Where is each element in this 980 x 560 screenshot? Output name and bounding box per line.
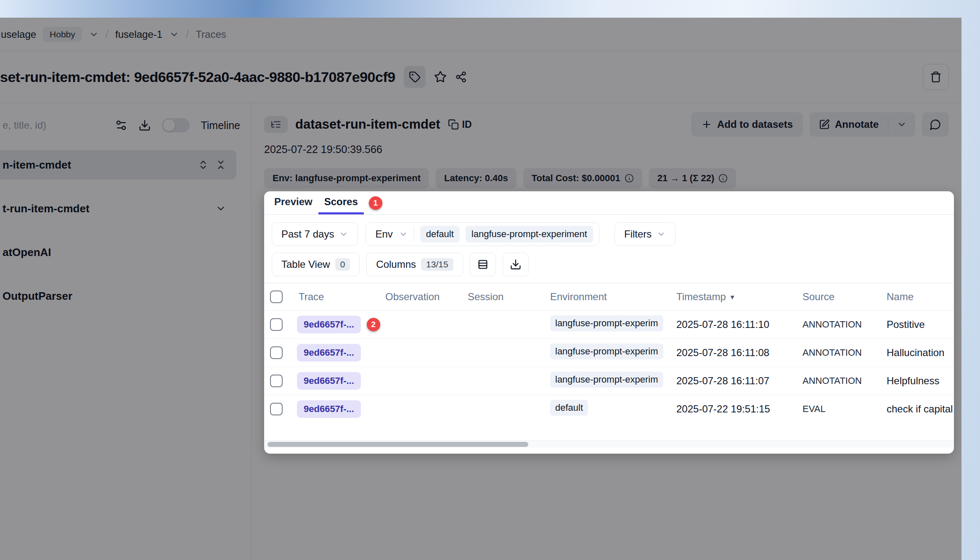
table-header-row: Trace Observation Session Environment Ti… (264, 283, 954, 310)
table-view-button[interactable]: Table View 0 (272, 253, 360, 276)
date-range-button[interactable]: Past 7 days (272, 222, 358, 246)
info-icon[interactable] (718, 174, 728, 183)
export-button[interactable] (503, 253, 529, 276)
trace-id-chip[interactable]: 9ed6657f-... (297, 316, 361, 333)
timeline-toggle[interactable] (162, 118, 190, 132)
scrollbar-thumb[interactable] (268, 442, 528, 447)
breadcrumb-project[interactable]: fuselage-1 (115, 29, 162, 40)
fold-icon[interactable] (215, 159, 226, 170)
columns-button[interactable]: Columns 13/15 (366, 253, 463, 276)
row-checkbox[interactable] (270, 403, 283, 415)
annotate-dropdown-button[interactable] (888, 112, 915, 137)
name-cell: check if capital (885, 403, 954, 415)
env-filter-label[interactable]: Env (375, 228, 392, 240)
sidebar-header-icons: Timeline (115, 118, 240, 132)
chevron-down-icon (657, 230, 666, 239)
env-chip-experiment[interactable]: langfuse-prompt-experiment (466, 226, 593, 243)
env-chip-default[interactable]: default (420, 226, 460, 243)
col-source[interactable]: Source (801, 291, 885, 303)
filters-button[interactable]: Filters (614, 222, 675, 246)
total-cost-badge: Total Cost: $0.00001 (523, 168, 642, 188)
tree-item[interactable]: atOpenAI (0, 238, 236, 267)
environment-chip: default (550, 400, 588, 416)
row-checkbox[interactable] (270, 346, 283, 359)
object-title: dataset-run-item-cmdet (295, 117, 440, 132)
chevron-down-icon[interactable] (89, 29, 99, 40)
breadcrumb-section[interactable]: Traces (196, 29, 226, 40)
tree-item-label: t-run-item-cmdet (3, 202, 90, 215)
add-to-datasets-button[interactable]: Add to datasets (691, 112, 803, 137)
table-toolbar: Table View 0 Columns 13/15 (264, 246, 954, 283)
download-icon[interactable] (138, 119, 151, 132)
table-row[interactable]: 9ed6657f-... default 2025-07-22 19:51:15… (264, 395, 954, 423)
view-settings-icon[interactable] (115, 119, 127, 132)
col-observation[interactable]: Observation (384, 291, 466, 303)
select-all-checkbox[interactable] (270, 291, 283, 303)
col-name[interactable]: Name (885, 291, 954, 303)
app-window: uselage Hobby / fuselage-1 / Traces set-… (0, 18, 961, 560)
col-session[interactable]: Session (466, 291, 548, 303)
source-cell: ANNOTATION (801, 319, 885, 330)
horizontal-scrollbar[interactable] (264, 440, 954, 448)
tree-item-label: atOpenAI (3, 246, 51, 259)
share-button[interactable] (455, 71, 467, 83)
annotate-button[interactable]: Annotate (810, 112, 888, 137)
row-checkbox[interactable] (270, 318, 283, 331)
chevron-down-icon[interactable] (169, 29, 179, 40)
tree-item[interactable]: t-run-item-cmdet (0, 194, 236, 223)
tree-item-selected[interactable]: n-item-cmdet (0, 150, 236, 180)
table-row[interactable]: 9ed6657f-... langfuse-prompt-experim 202… (264, 338, 954, 367)
name-cell: Postitive (885, 319, 954, 330)
environment-chip: langfuse-prompt-experim (550, 372, 663, 388)
trace-id-chip[interactable]: 9ed6657f-... (297, 400, 361, 418)
delete-button[interactable] (923, 64, 949, 90)
filter-row: Past 7 days Env default langfuse-prompt-… (264, 215, 954, 246)
plus-icon (701, 119, 712, 130)
row-height-button[interactable] (470, 253, 496, 276)
breadcrumb-org[interactable]: uselage (1, 29, 36, 40)
col-timestamp[interactable]: Timestamp ▼ (675, 291, 801, 303)
tour-step-badge-1[interactable]: 1 (369, 196, 382, 210)
trash-icon (930, 71, 942, 83)
trace-meta-badges: Env: langfuse-prompt-experiment Latency:… (264, 168, 961, 188)
screenshot-stage: uselage Hobby / fuselage-1 / Traces set-… (0, 0, 980, 560)
tag-button[interactable] (404, 66, 426, 88)
col-environment[interactable]: Environment (548, 291, 675, 303)
chevron-down-icon[interactable] (215, 203, 226, 214)
group-divider (414, 227, 414, 241)
table-row[interactable]: 9ed6657f-... 2 langfuse-prompt-experim 2… (264, 310, 954, 338)
trace-tree: n-item-cmdet t-run-item-cmdet (0, 148, 251, 311)
timestamp-cell: 2025-07-22 19:51:15 (675, 403, 801, 415)
row-checkbox[interactable] (270, 375, 283, 387)
trace-id-chip[interactable]: 9ed6657f-... (297, 372, 361, 390)
info-icon[interactable] (625, 174, 634, 183)
annotate-split-button: Annotate (810, 112, 915, 137)
source-cell: ANNOTATION (801, 375, 885, 386)
environment-cell: langfuse-prompt-experim (548, 372, 675, 390)
unfold-icon[interactable] (198, 159, 209, 170)
tour-step-badge-2[interactable]: 2 (367, 318, 380, 331)
tab-scores[interactable]: Scores (318, 191, 364, 214)
date-range-label: Past 7 days (281, 228, 334, 240)
trace-id-chip[interactable]: 9ed6657f-... (297, 344, 361, 362)
tab-bar: Preview Scores 1 (264, 191, 954, 215)
total-cost-badge-text: Total Cost: $0.00001 (532, 173, 620, 184)
breadcrumb: uselage Hobby / fuselage-1 / Traces (0, 18, 961, 51)
copy-id-button[interactable]: ID (448, 119, 472, 130)
env-badge: Env: langfuse-prompt-experiment (264, 168, 429, 188)
favorite-button[interactable] (434, 71, 447, 83)
share-icon (455, 71, 467, 83)
token-usage-badge-text: 21 → 1 (Σ 22) (657, 173, 714, 184)
name-cell: Helpfulness (885, 375, 954, 387)
trace-cell: 9ed6657f-... 2 (297, 316, 384, 333)
search-input[interactable] (2, 119, 77, 132)
environment-cell: default (548, 400, 675, 418)
sort-desc-icon: ▼ (729, 293, 736, 301)
object-header: dataset-run-item-cmdet ID Add to datase (264, 112, 961, 137)
comments-button[interactable] (922, 112, 949, 137)
col-trace[interactable]: Trace (297, 291, 384, 303)
token-usage-badge: 21 → 1 (Σ 22) (649, 168, 736, 188)
table-row[interactable]: 9ed6657f-... langfuse-prompt-experim 202… (264, 367, 954, 395)
tree-item[interactable]: OutputParser (0, 281, 236, 311)
tab-preview[interactable]: Preview (268, 191, 318, 214)
